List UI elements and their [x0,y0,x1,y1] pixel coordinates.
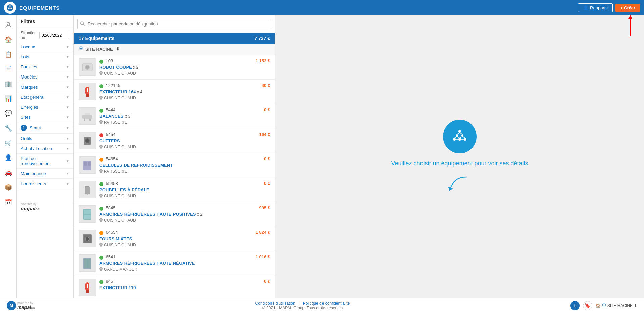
list-item[interactable]: 64654 1 824 € FOURS MIXTES CUISINE CHAUD [74,226,275,251]
equip-name: EXTINCTEUR 110 [99,285,270,290]
svg-point-55 [456,134,458,136]
equip-name: ARMOIRES RÉFRIGÉRÉES HAUTE NÉGATIVE [99,261,270,266]
list-item[interactable]: 55458 0 € POUBELLES À PÉDALE CUISINE CHA… [74,177,275,202]
equip-thumbnail [79,58,96,76]
nav-icon-chart[interactable]: 📊 [2,92,15,105]
list-item[interactable]: 5454 194 € CUTTERS CUISINE CHAUD [74,128,275,153]
svg-point-3 [11,8,12,9]
nav-icon-chat[interactable]: 💬 [2,107,15,120]
search-input[interactable] [77,19,271,29]
equip-price: 935 € [259,205,270,210]
nav-icon-clipboard[interactable]: 📋 [2,48,15,61]
filter-maintenance[interactable]: Maintenance ▼ [17,169,73,179]
svg-rect-23 [86,94,89,97]
list-item[interactable]: 54654 0 € CELLULES DE REFROIDISSEMENT PA… [74,153,275,177]
bookmark-button[interactable]: 🔖 [583,301,592,310]
filter-title: Filtres [17,19,73,27]
network-icon [443,120,477,153]
filter-statut[interactable]: 1 Statut ▼ [17,122,73,134]
list-item[interactable]: 845 0 € EXTINCTEUR 110 [74,275,275,298]
equip-info: 5454 194 € CUTTERS CUISINE CHAUD [99,132,270,149]
footer: M powered by mapalos Conditions d'utilis… [0,298,644,313]
equip-code: 122145 [99,83,120,88]
status-dot [99,231,103,235]
chevron-down-icon: ▼ [66,126,69,130]
nav-icon-wrench[interactable]: 🔧 [2,121,15,135]
list-item[interactable]: 103 1 153 € ROBOT COUPE x 2 CUISINE CHAU… [74,55,275,80]
equip-thumbnail [79,156,96,174]
info-button[interactable]: ℹ [570,301,580,310]
status-dot [99,109,103,113]
statut-badge: 1 [21,125,27,131]
equip-name: CUTTERS [99,138,270,143]
nav-icon-doc[interactable]: 📄 [2,62,15,76]
nav-icon-home[interactable]: 🏠 [2,33,15,46]
svg-point-31 [86,139,89,142]
mapal-logo-icon: M [7,301,16,310]
site-name: SITE RACINE [85,47,113,52]
filter-locaux[interactable]: Locaux ▼ [17,42,73,52]
detail-message: Veuillez choisir un équipement pour voir… [391,160,528,167]
download-icon[interactable]: ⬇ [116,47,120,52]
filter-fournisseurs[interactable]: Fournisseurs ▼ [17,179,73,189]
list-item[interactable]: 5444 0 € BALANCES x 3 PATISSERIE [74,104,275,128]
list-item[interactable]: 122145 40 € EXTINCTEUR 164 x 4 CUISINE C… [74,80,275,104]
nav-icon-layers[interactable]: 📦 [2,180,15,194]
filter-plan[interactable]: Plan de renouvellement ▼ [17,154,73,169]
search-wrapper [77,19,271,29]
list-item[interactable]: 6541 1 016 € ARMOIRES RÉFRIGÉRÉES HAUTE … [74,251,275,275]
equip-location: CUISINE CHAUD [99,96,270,100]
equip-location: CUISINE CHAUD [99,71,270,76]
filter-modeles-label: Modèles [21,74,37,80]
svg-line-17 [80,48,81,49]
filter-marques[interactable]: Marques ▼ [17,82,73,92]
filter-familles[interactable]: Familles ▼ [17,62,73,72]
filter-achat[interactable]: Achat / Location ▼ [17,144,73,154]
svg-point-14 [81,49,81,49]
filter-outils[interactable]: Outils ▼ [17,134,73,144]
rapports-button[interactable]: 👤 Rapports [578,3,613,12]
chevron-down-icon: ▼ [66,45,69,49]
privacy-link[interactable]: Politique de confidentialité [303,301,350,306]
svg-point-54 [458,138,461,141]
nav-icon-calendar[interactable]: 📅 [2,195,15,209]
filter-sites[interactable]: Sites ▼ [17,112,73,122]
equip-location: CUISINE CHAUD [99,194,270,198]
equip-price: 0 € [264,181,270,186]
icon-sidebar: 🏠 📋 📄 🏢 📊 💬 🔧 🛒 👤 🚗 📦 📅 [0,15,17,298]
status-dot [99,84,103,88]
equip-thumbnail [79,230,96,247]
svg-line-70 [603,304,604,306]
filter-outils-label: Outils [21,136,32,141]
chevron-down-icon: ▼ [66,65,69,69]
home-icon: 🏠 [596,303,601,308]
app-logo[interactable] [4,2,16,14]
filter-etat[interactable]: État général ▼ [17,92,73,102]
filter-fournisseurs-label: Fournisseurs [21,181,46,186]
status-dot [99,207,103,211]
filter-locaux-label: Locaux [21,44,35,49]
creer-button[interactable]: + Créer [615,4,640,12]
chevron-down-icon: ▼ [66,115,69,119]
filter-modeles[interactable]: Modèles ▼ [17,72,73,82]
search-bar [74,15,275,33]
svg-rect-26 [85,113,90,115]
list-item[interactable]: 5845 935 € ARMOIRES RÉFRIGÉRÉES HAUTE PO… [74,202,275,226]
footer-download-icon[interactable]: ⬇ [634,303,637,308]
date-input[interactable] [39,32,69,39]
chevron-down-icon: ▼ [66,105,69,109]
filter-lots[interactable]: Lots ▼ [17,52,73,62]
nav-icon-truck[interactable]: 🚗 [2,166,15,179]
search-icon [80,21,85,27]
site-icon [79,46,83,52]
nav-icon-cart[interactable]: 🛒 [2,136,15,150]
date-label: Situation au [21,31,37,40]
svg-point-68 [602,306,603,306]
nav-icon-person[interactable]: 👤 [2,151,15,164]
nav-icon-user[interactable] [2,18,15,32]
filter-familles-label: Familles [21,64,37,69]
conditions-link[interactable]: Conditions d'utilisation [255,301,295,306]
svg-point-2 [8,8,9,9]
nav-icon-building[interactable]: 🏢 [2,77,15,91]
filter-energies[interactable]: Énergies ▼ [17,102,73,112]
